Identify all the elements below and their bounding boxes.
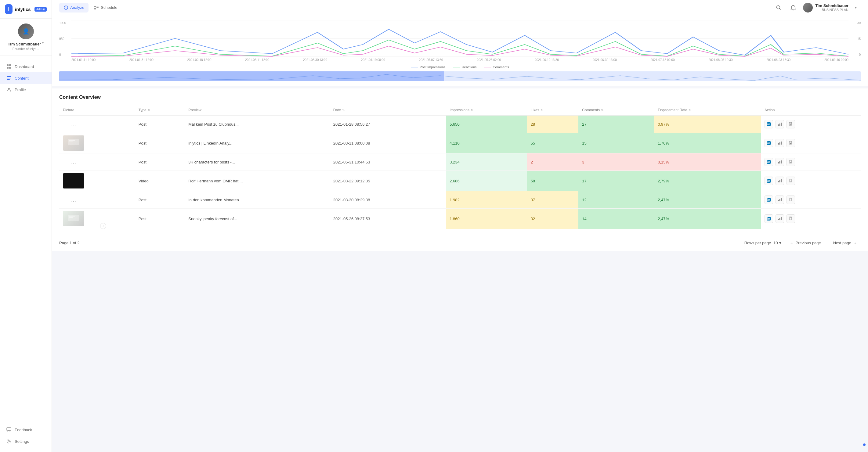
- svg-rect-59: [69, 217, 73, 218]
- svg-rect-24: [781, 123, 782, 126]
- cell-actions: [761, 133, 861, 153]
- search-icon[interactable]: [774, 3, 783, 12]
- cell-comments: 3: [578, 153, 654, 171]
- action-icons: [765, 195, 857, 204]
- col-header-picture: Picture: [59, 105, 135, 116]
- col-header-date[interactable]: Date⇅: [330, 105, 446, 116]
- chart-action-button[interactable]: [776, 215, 784, 223]
- cell-preview: inlytics | LinkedIn Analy...: [185, 133, 329, 153]
- svg-rect-20: [768, 124, 768, 125]
- rows-per-page-label: Rows per page: [744, 240, 771, 245]
- page-info: Page 1 of 2: [59, 240, 80, 245]
- svg-rect-58: [69, 216, 75, 217]
- export-action-button[interactable]: [786, 120, 795, 128]
- sidebar-item-settings[interactable]: Settings: [0, 435, 52, 447]
- export-action-button[interactable]: [786, 139, 795, 147]
- cell-actions: [761, 116, 861, 133]
- logo-area: i inlytics Admin: [0, 0, 52, 19]
- y-right-mid: 15: [857, 37, 861, 40]
- x-label: 2021-01-11 10:00: [71, 58, 96, 62]
- export-action-button[interactable]: [786, 215, 795, 223]
- cell-likes: 2: [527, 153, 579, 171]
- chart-action-button[interactable]: [776, 158, 784, 166]
- svg-rect-0: [7, 64, 8, 66]
- sidebar-item-profile[interactable]: Profile: [0, 84, 52, 95]
- user-menu-chevron[interactable]: ▾: [851, 3, 861, 12]
- range-selection[interactable]: [59, 71, 444, 81]
- sidebar-collapse-button[interactable]: ‹: [100, 223, 106, 229]
- col-header-impressions[interactable]: Impressions⇅: [446, 105, 527, 116]
- action-icons: [765, 120, 857, 128]
- cell-type: Post: [135, 133, 185, 153]
- rows-per-page-select[interactable]: 10 ▾: [773, 240, 781, 245]
- cell-preview: In den kommenden Monaten ...: [185, 191, 329, 208]
- cell-comments: 15: [578, 133, 654, 153]
- col-header-comments[interactable]: Comments⇅: [578, 105, 654, 116]
- svg-rect-46: [778, 181, 779, 183]
- cell-type: Post: [135, 208, 185, 229]
- linkedin-action-button[interactable]: [765, 215, 773, 223]
- next-page-button[interactable]: Next page →: [830, 239, 861, 247]
- cell-impressions: 4.110: [446, 133, 527, 153]
- sidebar-item-label: Settings: [14, 439, 29, 444]
- sidebar-item-dashboard[interactable]: Dashboard: [0, 61, 52, 72]
- export-action-button[interactable]: [786, 158, 795, 166]
- col-header-type[interactable]: Type⇅: [135, 105, 185, 116]
- linkedin-action-button[interactable]: [765, 158, 773, 166]
- col-header-likes[interactable]: Likes⇅: [527, 105, 579, 116]
- sidebar-item-feedback[interactable]: Feedback: [0, 424, 52, 435]
- tab-schedule[interactable]: Schedule: [90, 3, 121, 12]
- content-table: Picture Type⇅ Preview Date⇅ Impressions⇅…: [59, 105, 861, 229]
- svg-rect-25: [789, 122, 792, 125]
- notification-icon[interactable]: [788, 3, 798, 12]
- status-indicator: [863, 444, 866, 446]
- table-row: ...Post3K characters for posts -...2021-…: [59, 153, 861, 171]
- chevron-down-icon[interactable]: ▾: [42, 41, 44, 44]
- svg-rect-39: [778, 162, 779, 163]
- svg-rect-2: [7, 67, 8, 69]
- svg-point-38: [767, 161, 768, 161]
- next-arrow-icon: →: [853, 240, 857, 245]
- cell-type: Video: [135, 171, 185, 191]
- sidebar: i inlytics Admin 👤 Tim Schmidbauer ▾ Fou…: [0, 0, 52, 452]
- linkedin-action-button[interactable]: [765, 176, 773, 185]
- sidebar-bottom: Feedback Settings: [0, 419, 52, 452]
- y-axis-right: 30 15 0: [848, 20, 861, 58]
- svg-rect-5: [7, 78, 11, 78]
- user-name: Tim Schmidbauer: [8, 42, 41, 46]
- sidebar-item-label: Profile: [14, 88, 26, 92]
- svg-rect-37: [768, 162, 768, 163]
- action-icons: [765, 215, 857, 223]
- export-action-button[interactable]: [786, 176, 795, 185]
- chart-action-button[interactable]: [776, 176, 784, 185]
- legend-comments-label: Comments: [493, 65, 509, 69]
- user-profile-area: 👤 Tim Schmidbauer ▾ Founder of inlyti...: [0, 19, 52, 56]
- svg-rect-27: [69, 140, 75, 141]
- cell-impressions: 3.234: [446, 153, 527, 171]
- linkedin-action-button[interactable]: [765, 195, 773, 204]
- linkedin-action-button[interactable]: [765, 139, 773, 147]
- svg-rect-8: [7, 428, 11, 431]
- content-area: 1900 950 0: [52, 15, 868, 452]
- chart-legend: Post Impressions Reactions Comments: [59, 65, 861, 69]
- cell-engagement-rate: 2,79%: [654, 171, 761, 191]
- main-content: Analyze Schedule Tim Schmidbauer BUSINES…: [52, 0, 868, 452]
- chart-action-button[interactable]: [776, 120, 784, 128]
- tab-analyze[interactable]: Analyze: [59, 3, 89, 12]
- chart-action-button[interactable]: [776, 139, 784, 147]
- cell-date: 2021-01-28 08:56:27: [330, 116, 446, 133]
- cell-picture: ...: [59, 153, 135, 171]
- export-action-button[interactable]: [786, 195, 795, 204]
- chart-action-button[interactable]: [776, 195, 784, 204]
- svg-rect-35: [789, 141, 792, 144]
- profile-icon: [6, 87, 11, 92]
- cell-date: 2021-03-30 08:29:38: [330, 191, 446, 208]
- cell-likes: 37: [527, 191, 579, 208]
- range-selector[interactable]: [59, 71, 861, 81]
- sidebar-item-content[interactable]: Content: [0, 72, 52, 84]
- col-header-engagement[interactable]: Engagement Rate⇅: [654, 105, 761, 116]
- previous-page-button[interactable]: ← Previous page: [786, 239, 825, 247]
- cell-type: Post: [135, 116, 185, 133]
- user-info-area: Tim Schmidbauer BUSINESS PLAN ▾: [803, 3, 861, 12]
- linkedin-action-button[interactable]: [765, 120, 773, 128]
